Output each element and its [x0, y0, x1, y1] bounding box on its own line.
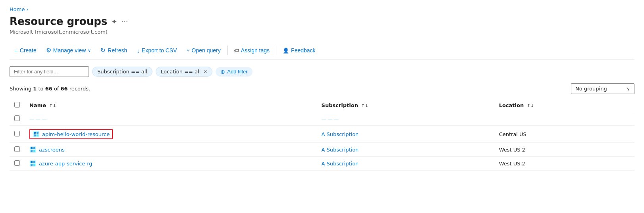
azscreens-location-cell: West US 2	[494, 143, 634, 157]
apim-hello-world-name-cell: apim-hello-world-resource	[25, 126, 317, 143]
add-filter-button[interactable]: ⊕ Add filter	[216, 67, 252, 77]
manage-view-button[interactable]: ⚙ Manage view ∨	[41, 44, 96, 56]
azscreens-subscription-link[interactable]: A Subscription	[322, 147, 359, 153]
azscreens-name-link[interactable]: azscreens	[29, 146, 312, 153]
svg-rect-4	[37, 134, 39, 136]
filter-bar: Subscription == all Location == all ✕ ⊕ …	[10, 66, 634, 77]
apim-hello-world-location-cell: Central US	[494, 126, 634, 143]
pin-icon[interactable]: ✦	[111, 17, 117, 26]
subscription-filter-label: Subscription == all	[97, 69, 147, 75]
open-query-button[interactable]: ⑂ Open query	[182, 45, 226, 56]
feedback-button[interactable]: 👤 Feedback	[278, 45, 320, 56]
feedback-icon: 👤	[283, 48, 289, 54]
apim-hello-world-subscription-cell: A Subscription	[317, 126, 494, 143]
svg-rect-12	[33, 161, 35, 163]
azscreens-resource-icon	[29, 146, 37, 153]
download-icon: ↓	[137, 47, 140, 54]
toolbar-separator-1	[227, 46, 228, 55]
azure-app-service-rg-subscription-link[interactable]: A Subscription	[322, 161, 359, 167]
page-subtitle: Microsoft (microsoft.onmicrosoft.com)	[10, 29, 634, 35]
azure-app-service-rg-name-link[interactable]: azure-app-service-rg	[29, 160, 312, 167]
truncated-row-checkbox[interactable]	[14, 115, 20, 121]
page-title: Resource groups	[10, 15, 107, 27]
apim-hello-world-subscription-link[interactable]: A Subscription	[322, 131, 359, 137]
add-filter-icon: ⊕	[220, 69, 225, 75]
svg-rect-13	[31, 164, 33, 166]
truncated-subscription-link[interactable]: — — —	[322, 116, 339, 122]
toolbar-separator-2	[276, 46, 276, 55]
azscreens-checkbox-cell	[10, 143, 25, 157]
refresh-button[interactable]: ↻ Refresh	[96, 44, 132, 56]
export-csv-button[interactable]: ↓ Export to CSV	[132, 45, 181, 56]
svg-rect-2	[37, 132, 39, 134]
svg-rect-1	[34, 132, 36, 134]
location-filter-label: Location == all	[161, 69, 201, 75]
azure-app-service-rg-checkbox[interactable]	[14, 160, 20, 166]
truncated-name-cell: — — —	[25, 112, 317, 126]
table-row-truncated: — — — — — —	[10, 112, 634, 126]
page-header: Resource groups ✦ ···	[10, 15, 634, 27]
azure-app-service-rg-location-cell: West US 2	[494, 157, 634, 171]
subscription-sort-icon: ↑↓	[361, 103, 368, 108]
apim-hello-world-resource-icon	[33, 130, 40, 138]
azscreens-subscription-cell: A Subscription	[317, 143, 494, 157]
apim-hello-world-name-link[interactable]: apim-hello-world-resource	[42, 131, 110, 137]
query-icon: ⑂	[187, 48, 190, 54]
azure-app-service-rg-subscription-cell: A Subscription	[317, 157, 494, 171]
breadcrumb-separator: ›	[26, 6, 28, 12]
svg-rect-11	[31, 161, 33, 163]
breadcrumb: Home ›	[10, 6, 634, 12]
svg-rect-7	[33, 147, 35, 149]
table-header-row: Name ↑↓ Subscription ↑↓ Location ↑↓	[10, 99, 634, 112]
name-sort-icon: ↑↓	[49, 103, 56, 108]
apim-hello-world-checkbox-cell	[10, 126, 25, 143]
location-filter-pill[interactable]: Location == all ✕	[156, 67, 212, 77]
more-options-icon[interactable]: ···	[121, 17, 128, 26]
azure-app-service-rg-name-cell: azure-app-service-rg	[25, 157, 317, 171]
gear-icon: ⚙	[46, 47, 51, 54]
select-all-checkbox[interactable]	[14, 102, 20, 107]
resource-table: Name ↑↓ Subscription ↑↓ Location ↑↓ — — …	[10, 99, 634, 171]
table-row-azure-app-service-rg: azure-app-service-rg A Subscription West…	[10, 157, 634, 171]
subscription-filter-pill[interactable]: Subscription == all	[92, 67, 152, 77]
truncated-name-link[interactable]: — — —	[29, 116, 312, 122]
records-info: Showing 1 to 66 of 66 records.	[10, 86, 90, 92]
filter-input[interactable]	[10, 66, 89, 77]
svg-rect-9	[33, 150, 35, 152]
column-header-subscription[interactable]: Subscription ↑↓	[317, 99, 494, 112]
grouping-chevron-icon: ∨	[627, 86, 630, 92]
svg-rect-14	[33, 164, 35, 166]
select-all-header[interactable]	[10, 99, 25, 112]
records-row: Showing 1 to 66 of 66 records. No groupi…	[10, 83, 634, 94]
refresh-icon: ↻	[100, 47, 106, 54]
table-row-apim-hello-world: apim-hello-world-resource A Subscription…	[10, 126, 634, 143]
azscreens-name-cell: azscreens	[25, 143, 317, 157]
grouping-label: No grouping	[575, 86, 607, 92]
truncated-location-cell	[494, 112, 634, 126]
svg-rect-8	[31, 150, 33, 152]
tag-icon: 🏷	[234, 48, 239, 54]
azure-app-service-rg-resource-icon	[29, 160, 37, 167]
table-row-azscreens: azscreens A Subscription West US 2	[10, 143, 634, 157]
svg-rect-3	[34, 134, 36, 136]
grouping-dropdown[interactable]: No grouping ∨	[571, 83, 634, 94]
breadcrumb-home-link[interactable]: Home	[10, 6, 25, 12]
column-header-location[interactable]: Location ↑↓	[494, 99, 634, 112]
location-filter-close-icon[interactable]: ✕	[203, 69, 207, 75]
chevron-down-icon: ∨	[88, 48, 91, 53]
create-button[interactable]: + Create	[10, 45, 41, 56]
truncated-checkbox-cell	[10, 112, 25, 126]
svg-rect-6	[31, 147, 33, 149]
column-header-name[interactable]: Name ↑↓	[25, 99, 317, 112]
apim-hello-world-checkbox[interactable]	[14, 131, 20, 136]
azscreens-checkbox[interactable]	[14, 146, 20, 152]
plus-icon: +	[14, 47, 18, 54]
azure-app-service-rg-checkbox-cell	[10, 157, 25, 171]
location-sort-icon: ↑↓	[527, 103, 534, 108]
truncated-subscription-cell: — — —	[317, 112, 494, 126]
assign-tags-button[interactable]: 🏷 Assign tags	[229, 45, 274, 56]
toolbar: + Create ⚙ Manage view ∨ ↻ Refresh ↓ Exp…	[10, 41, 634, 60]
